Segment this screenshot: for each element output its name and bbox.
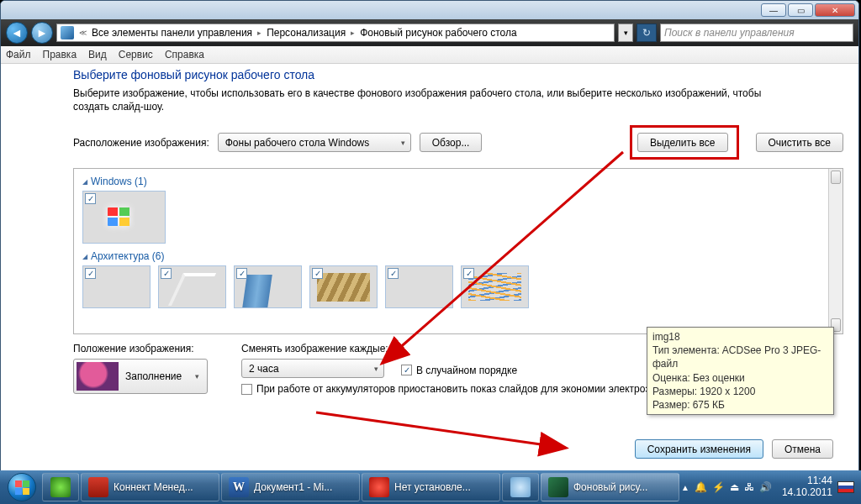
- checkbox-icon[interactable]: [241, 384, 252, 395]
- control-panel-window: — ▭ ✕ ◄ ► ≪ Все элементы панели управлен…: [0, 0, 859, 471]
- breadcrumb[interactable]: Все элементы панели управления: [92, 27, 252, 39]
- wallpaper-thumb[interactable]: ✓: [234, 265, 302, 308]
- menu-bar: Файл Правка Вид Сервис Справка: [1, 46, 858, 64]
- page-intro: Выберите изображение, чтобы использовать…: [73, 87, 763, 113]
- window-titlebar: — ▭ ✕: [1, 1, 858, 19]
- cancel-button[interactable]: Отмена: [772, 439, 833, 459]
- menu-file[interactable]: Файл: [6, 49, 31, 60]
- taskbar-item-active[interactable]: Фоновый рису...: [541, 473, 679, 501]
- thumb-checkbox[interactable]: ✓: [388, 268, 399, 279]
- wallpaper-gallery: ◢Windows (1) ✓ ◢Архитектура (6) ✓ ✓ ✓ ✓ …: [73, 168, 843, 334]
- tray-expand-icon[interactable]: ▲: [681, 483, 689, 492]
- close-button[interactable]: ✕: [815, 3, 855, 17]
- breadcrumb[interactable]: Фоновый рисунок рабочего стола: [360, 27, 517, 39]
- location-combo[interactable]: Фоны рабочего стола Windows: [218, 133, 411, 152]
- tray-icon[interactable]: 🔔: [695, 481, 707, 493]
- breadcrumb[interactable]: Персонализация: [267, 27, 346, 39]
- position-preview-icon: [77, 362, 119, 391]
- save-button[interactable]: Сохранить изменения: [635, 439, 763, 459]
- language-flag-icon[interactable]: [837, 481, 854, 493]
- taskbar-item[interactable]: Коннект Менед...: [81, 473, 219, 501]
- scrollbar[interactable]: [828, 169, 843, 333]
- app-icon: [88, 477, 108, 497]
- back-button[interactable]: ◄: [6, 22, 28, 44]
- menu-edit[interactable]: Правка: [43, 49, 77, 60]
- taskbar-clock[interactable]: 11:44 14.10.2011: [782, 475, 832, 499]
- taskbar-pinned[interactable]: [42, 473, 79, 501]
- chevron-right-icon: ▸: [351, 29, 355, 37]
- taskbar-item[interactable]: Документ1 - Mi...: [221, 473, 360, 501]
- collapse-icon: ◢: [82, 253, 87, 260]
- thumb-checkbox[interactable]: ✓: [236, 268, 247, 279]
- address-bar[interactable]: ≪ Все элементы панели управления ▸ Персо…: [56, 24, 615, 42]
- browser-icon: [510, 477, 531, 497]
- wallpaper-thumb[interactable]: ✓: [385, 265, 453, 308]
- address-dropdown[interactable]: ▾: [618, 24, 633, 42]
- word-icon: [229, 477, 249, 497]
- location-icon: [61, 26, 74, 39]
- position-label: Положение изображения:: [73, 343, 208, 354]
- wallpaper-thumb[interactable]: ✓: [158, 265, 226, 308]
- wallpaper-thumb[interactable]: ✓: [82, 265, 151, 308]
- thumb-checkbox[interactable]: ✓: [85, 268, 96, 279]
- group-header[interactable]: ◢Windows (1): [82, 176, 820, 187]
- start-button[interactable]: [3, 472, 40, 502]
- search-input[interactable]: Поиск в панели управления: [660, 24, 853, 42]
- explorer-navbar: ◄ ► ≪ Все элементы панели управления ▸ П…: [1, 19, 858, 46]
- forward-button[interactable]: ►: [31, 22, 53, 44]
- network-icon[interactable]: 🖧: [744, 481, 754, 493]
- taskbar-item[interactable]: Нет установле...: [362, 473, 500, 501]
- chevron-right-icon: ▸: [257, 29, 261, 37]
- system-tray[interactable]: ▲ 🔔 ⚡ ⏏ 🖧 🔊 11:44 14.10.2011: [681, 475, 858, 499]
- shuffle-checkbox-row[interactable]: ✓В случайном порядке: [401, 365, 517, 376]
- windows-orb-icon: [8, 473, 36, 501]
- minimize-button[interactable]: —: [761, 3, 786, 17]
- footer-buttons: Сохранить изменения Отмена: [635, 439, 833, 459]
- maximize-button[interactable]: ▭: [788, 3, 813, 17]
- location-row: Расположение изображения: Фоны рабочего …: [73, 125, 843, 160]
- menu-view[interactable]: Вид: [88, 49, 107, 60]
- collapse-icon: ◢: [82, 178, 87, 186]
- thumb-checkbox[interactable]: ✓: [312, 268, 323, 279]
- menu-help[interactable]: Справка: [165, 49, 204, 60]
- interval-combo[interactable]: 2 часа: [241, 359, 384, 378]
- wallpaper-thumb[interactable]: ✓: [82, 191, 151, 244]
- chevron-icon: ≪: [79, 29, 87, 37]
- thumb-checkbox[interactable]: ✓: [463, 268, 474, 279]
- tray-icon[interactable]: ⏏: [730, 481, 739, 493]
- checkbox-icon[interactable]: ✓: [401, 365, 412, 375]
- menu-tools[interactable]: Сервис: [119, 49, 153, 60]
- clear-all-button[interactable]: Очистить все: [756, 133, 843, 152]
- taskbar: Коннект Менед... Документ1 - Mi... Нет у…: [0, 470, 861, 504]
- wallpaper-thumb[interactable]: ✓: [461, 265, 529, 308]
- thumb-checkbox[interactable]: ✓: [161, 268, 172, 279]
- location-label: Расположение изображения:: [73, 137, 209, 149]
- volume-icon[interactable]: 🔊: [759, 481, 772, 493]
- thumb-checkbox[interactable]: ✓: [85, 193, 96, 204]
- group-header[interactable]: ◢Архитектура (6): [82, 250, 820, 262]
- opera-icon: [369, 477, 389, 497]
- annotation-highlight: Выделить все: [630, 125, 739, 160]
- taskbar-pinned[interactable]: [502, 473, 539, 501]
- search-placeholder: Поиск в панели управления: [664, 27, 795, 39]
- refresh-button[interactable]: ↻: [637, 24, 657, 42]
- browse-button[interactable]: Обзор...: [420, 133, 483, 152]
- select-all-button[interactable]: Выделить все: [637, 133, 728, 152]
- tray-icon[interactable]: ⚡: [712, 481, 725, 493]
- personalization-icon: [548, 477, 568, 497]
- wallpaper-thumb[interactable]: ✓: [309, 265, 378, 308]
- chevron-down-icon: ▾: [195, 372, 199, 381]
- image-tooltip: img18 Тип элемента: ACDSee Pro 3 JPEG-фа…: [647, 327, 834, 415]
- position-combo[interactable]: Заполнение ▾: [73, 359, 208, 394]
- page-title: Выберите фоновый рисунок рабочего стола: [73, 68, 843, 81]
- utorrent-icon: [50, 477, 71, 497]
